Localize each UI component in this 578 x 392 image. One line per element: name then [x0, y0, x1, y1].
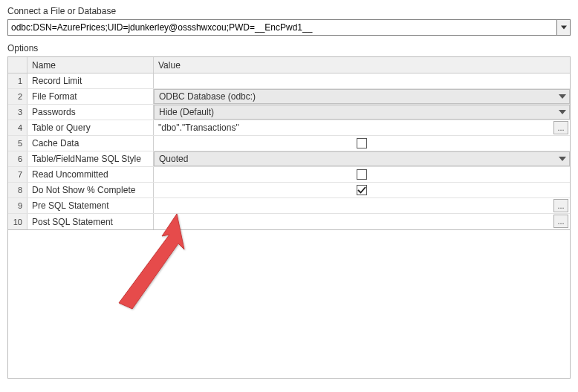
- browse-button[interactable]: ...: [553, 215, 568, 228]
- row-name: Table/FieldName SQL Style: [27, 151, 154, 166]
- row-number: 8: [8, 183, 27, 197]
- row-number: 9: [8, 198, 27, 213]
- checkbox-wrap: [154, 169, 570, 180]
- checkbox-wrap: [154, 138, 570, 148]
- table-row: 10Post SQL Statement...: [8, 214, 570, 229]
- value-dropdown[interactable]: Hide (Default): [154, 105, 570, 120]
- checkbox[interactable]: [357, 138, 367, 148]
- row-name: Record Limit: [27, 74, 154, 88]
- row-value-cell: [154, 183, 570, 197]
- options-label: Options: [7, 43, 571, 53]
- checkbox[interactable]: [357, 185, 367, 195]
- table-row: 6Table/FieldName SQL StyleQuoted: [8, 151, 570, 167]
- connection-string-input[interactable]: [7, 19, 557, 36]
- checkbox[interactable]: [357, 169, 367, 180]
- row-name: Table or Query: [27, 120, 154, 135]
- row-name: Passwords: [27, 105, 154, 120]
- table-row: 9Pre SQL Statement...: [8, 198, 570, 214]
- header-value: Value: [154, 57, 570, 73]
- row-number: 2: [8, 89, 27, 104]
- row-name: Read Uncommitted: [27, 167, 154, 182]
- options-grid: Name Value 1Record Limit2File FormatODBC…: [7, 56, 571, 230]
- table-row: 2File FormatODBC Database (odbc:): [8, 89, 570, 105]
- row-value-cell: [154, 167, 570, 182]
- checkbox-wrap: [154, 185, 570, 195]
- browse-button[interactable]: ...: [553, 121, 568, 134]
- row-value-cell: Hide (Default): [154, 105, 570, 120]
- row-number: 10: [8, 214, 27, 229]
- dropdown-value: Quoted: [159, 154, 188, 164]
- table-row: 5Cache Data: [8, 136, 570, 151]
- row-name: Pre SQL Statement: [27, 198, 154, 213]
- row-number: 7: [8, 167, 27, 182]
- header-num: [8, 57, 27, 73]
- row-value-cell: Quoted: [154, 151, 570, 166]
- browse-button[interactable]: ...: [553, 199, 568, 212]
- row-number: 4: [8, 120, 27, 135]
- row-name: Cache Data: [27, 136, 154, 151]
- chevron-down-icon: [559, 109, 566, 115]
- table-row: 4Table or Query"dbo"."Transactions"...: [8, 120, 570, 136]
- value-text: "dbo"."Transactions": [158, 122, 239, 133]
- row-value-cell: ODBC Database (odbc:): [154, 89, 570, 104]
- row-number: 6: [8, 151, 27, 166]
- table-row: 7Read Uncommitted: [8, 167, 570, 183]
- row-value-cell: "dbo"."Transactions"...: [154, 120, 570, 135]
- row-value-cell: [154, 74, 570, 88]
- row-name: Do Not Show % Complete: [27, 183, 154, 197]
- chevron-down-icon: [559, 94, 566, 99]
- row-value-cell: ...: [154, 214, 570, 229]
- value-dropdown[interactable]: ODBC Database (odbc:): [154, 89, 570, 104]
- connection-dropdown-button[interactable]: [557, 19, 571, 36]
- row-number: 5: [8, 136, 27, 151]
- connection-row: [7, 19, 571, 36]
- connect-section-label: Connect a File or Database: [7, 6, 571, 16]
- grid-header-row: Name Value: [8, 57, 570, 74]
- chevron-down-icon: [559, 156, 566, 162]
- table-row: 8Do Not Show % Complete: [8, 183, 570, 198]
- dropdown-value: ODBC Database (odbc:): [159, 91, 256, 102]
- header-name: Name: [27, 57, 154, 73]
- row-number: 3: [8, 105, 27, 120]
- row-number: 1: [8, 74, 27, 88]
- grid-blank-area: [7, 230, 571, 379]
- row-name: Post SQL Statement: [27, 214, 154, 229]
- table-row: 3PasswordsHide (Default): [8, 105, 570, 120]
- value-dropdown[interactable]: Quoted: [154, 151, 570, 166]
- row-value-cell: [154, 136, 570, 151]
- dropdown-value: Hide (Default): [159, 107, 214, 117]
- table-row: 1Record Limit: [8, 74, 570, 89]
- row-value-cell: ...: [154, 198, 570, 213]
- chevron-down-icon: [561, 25, 567, 30]
- row-name: File Format: [27, 89, 154, 104]
